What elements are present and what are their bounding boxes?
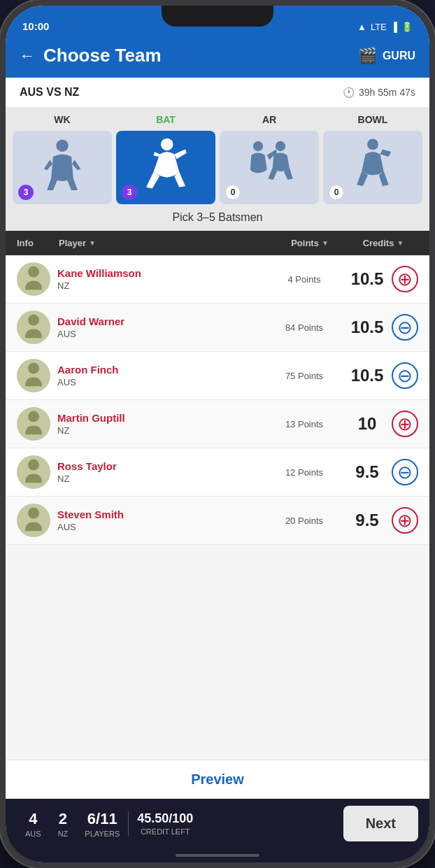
nz-label: NZ <box>58 830 69 838</box>
th-info: Info <box>17 238 59 248</box>
player-info: David Warner AUS <box>57 315 266 339</box>
signal-icon: ▐ <box>391 22 397 32</box>
table-header: Info Player ▼ Points ▼ Credits ▼ <box>6 231 429 255</box>
guru-label: GURU <box>383 50 415 62</box>
player-name: Martin Guptill <box>57 412 266 424</box>
remove-player-button[interactable]: ⊖ <box>392 362 418 389</box>
credits-sort-icon: ▼ <box>397 239 404 247</box>
stat-aus: 4 AUS <box>17 810 50 838</box>
guru-section[interactable]: 🎬 GURU <box>358 47 415 65</box>
tab-wk-card: 3 <box>13 131 112 204</box>
tab-bowl-label: BOWL <box>358 114 388 128</box>
pick-banner-text: Pick 3–5 Batsmen <box>173 211 263 223</box>
player-country: NZ <box>57 425 266 436</box>
add-player-button[interactable]: ⊕ <box>392 266 418 292</box>
th-player[interactable]: Player ▼ <box>59 238 271 248</box>
player-name: Aaron Finch <box>57 364 266 376</box>
battery-icon: 🔋 <box>401 22 413 32</box>
page-title: Choose Team <box>43 45 162 66</box>
player-points: 20 Points <box>266 515 343 526</box>
player-name: Ross Taylor <box>57 460 266 472</box>
points-sort-icon: ▼ <box>322 239 329 247</box>
th-credits[interactable]: Credits ▼ <box>348 238 418 248</box>
svg-point-10 <box>28 508 39 519</box>
bottom-stats: 4 AUS 2 NZ 6/11 PLAYERS 45.50/100 CREDIT… <box>17 810 343 838</box>
player-info: Ross Taylor NZ <box>57 460 266 484</box>
player-credits: 10.5 <box>343 366 392 385</box>
player-row: Steven Smith AUS 20 Points 9.5 ⊕ <box>6 497 429 545</box>
preview-button[interactable]: Preview <box>191 771 244 788</box>
stat-players: 6/11 PLAYERS <box>76 810 128 838</box>
position-tabs: WK 3 BAT <box>6 107 429 204</box>
network-label: LTE <box>371 22 387 32</box>
add-player-button[interactable]: ⊕ <box>392 411 418 437</box>
svg-point-0 <box>56 139 69 152</box>
player-row: Kane Williamson NZ 4 Points 10.5 ⊕ <box>6 255 429 304</box>
avatar <box>17 455 50 489</box>
svg-point-1 <box>161 138 173 150</box>
back-button[interactable]: ← <box>20 47 35 65</box>
player-credits: 9.5 <box>343 511 392 530</box>
match-timer: 🕐 39h 55m 47s <box>343 87 415 98</box>
player-credits: 10.5 <box>343 269 392 289</box>
player-info: Steven Smith AUS <box>57 508 266 532</box>
player-country: AUS <box>57 377 266 387</box>
avatar <box>17 407 50 441</box>
svg-point-5 <box>28 266 39 278</box>
notch <box>162 6 273 27</box>
player-name: Kane Williamson <box>57 267 266 279</box>
player-country: AUS <box>57 329 266 339</box>
tab-ar-label: AR <box>262 114 276 128</box>
remove-player-button[interactable]: ⊖ <box>392 314 418 341</box>
status-time: 10:00 <box>22 20 49 32</box>
player-country: NZ <box>57 474 266 484</box>
player-points: 75 Points <box>266 371 343 381</box>
svg-point-2 <box>253 141 263 150</box>
credit-label: CREDIT LEFT <box>141 827 190 836</box>
tab-bat-badge: 3 <box>122 185 137 200</box>
tab-bat[interactable]: BAT 3 <box>116 114 215 204</box>
tab-bowl-badge: 0 <box>329 185 344 200</box>
status-icons: ▲ LTE ▐ 🔋 <box>357 22 413 32</box>
player-row: Aaron Finch AUS 75 Points 10.5 ⊖ <box>6 352 429 400</box>
tab-bat-card: 3 <box>116 131 215 204</box>
svg-point-8 <box>28 411 39 422</box>
next-button[interactable]: Next <box>343 806 418 841</box>
tab-ar-card: 0 <box>220 131 319 204</box>
player-name: Steven Smith <box>57 508 266 520</box>
preview-bar: Preview <box>6 760 429 799</box>
svg-point-3 <box>276 141 285 150</box>
add-player-button[interactable]: ⊕ <box>392 507 418 534</box>
player-credits: 9.5 <box>343 462 392 482</box>
phone-frame: 10:00 ▲ LTE ▐ 🔋 ← Choose Team 🎬 GURU AUS… <box>0 0 435 868</box>
avatar <box>17 359 50 392</box>
wifi-icon: ▲ <box>357 22 366 32</box>
aus-label: AUS <box>25 830 41 838</box>
player-credits: 10 <box>343 414 392 434</box>
th-points[interactable]: Points ▼ <box>271 238 348 248</box>
nz-count: 2 <box>59 810 67 828</box>
players-label: PLAYERS <box>85 830 120 838</box>
player-row: Ross Taylor NZ 12 Points 9.5 ⊖ <box>6 448 429 497</box>
player-info: Martin Guptill NZ <box>57 412 266 436</box>
player-info: Aaron Finch AUS <box>57 364 266 387</box>
tab-wk-label: WK <box>54 114 70 128</box>
header: ← Choose Team 🎬 GURU <box>6 36 429 78</box>
svg-point-4 <box>367 138 378 150</box>
tab-ar[interactable]: AR 0 <box>220 114 319 204</box>
player-points: 12 Points <box>266 467 343 478</box>
tab-wk[interactable]: WK 3 <box>13 114 112 204</box>
player-credits: 10.5 <box>343 318 392 337</box>
remove-player-button[interactable]: ⊖ <box>392 459 418 485</box>
avatar <box>17 262 50 296</box>
credit-value: 45.50/100 <box>137 811 193 826</box>
player-country: NZ <box>57 280 266 291</box>
stat-nz: 2 NZ <box>50 810 77 838</box>
tab-bowl[interactable]: BOWL 0 <box>323 114 422 204</box>
tab-bat-label: BAT <box>156 114 176 128</box>
player-points: 4 Points <box>266 274 343 285</box>
home-line <box>176 854 259 857</box>
player-row: Martin Guptill NZ 13 Points 10 ⊕ <box>6 400 429 448</box>
clock-icon: 🕐 <box>343 87 355 98</box>
tab-wk-badge: 3 <box>18 185 34 200</box>
